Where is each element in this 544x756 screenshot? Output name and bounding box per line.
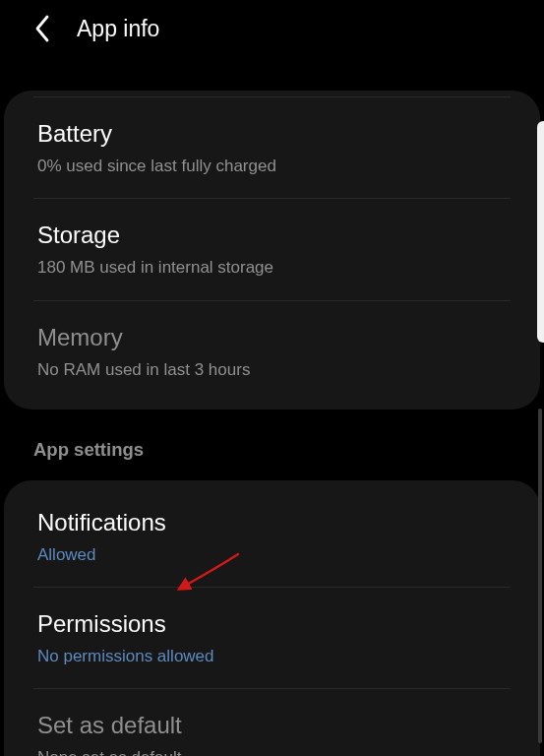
permissions-item[interactable]: Permissions No permissions allowed — [4, 588, 540, 688]
permissions-subtitle: No permissions allowed — [37, 646, 511, 666]
notifications-item[interactable]: Notifications Allowed — [4, 486, 540, 587]
storage-subtitle: 180 MB used in internal storage — [37, 257, 511, 278]
set-as-default-title: Set as default — [37, 711, 511, 740]
app-settings-panel: Notifications Allowed Permissions No per… — [4, 480, 540, 756]
permissions-title: Permissions — [37, 609, 511, 639]
storage-item[interactable]: Storage 180 MB used in internal storage — [4, 199, 540, 299]
battery-title: Battery — [37, 119, 511, 149]
set-as-default-subtitle: None set as default — [37, 747, 511, 756]
battery-subtitle: 0% used since last fully charged — [37, 156, 511, 176]
memory-item[interactable]: Memory No RAM used in last 3 hours — [4, 301, 540, 402]
page-title: App info — [77, 16, 159, 42]
outer-scrollbar[interactable] — [537, 121, 544, 343]
inner-scrollbar[interactable] — [538, 409, 542, 743]
battery-item[interactable]: Battery 0% used since last fully charged — [4, 97, 540, 198]
header: App info — [0, 0, 544, 57]
notifications-title: Notifications — [37, 508, 511, 537]
back-icon[interactable] — [33, 14, 51, 43]
notifications-subtitle: Allowed — [37, 544, 511, 565]
storage-title: Storage — [37, 220, 511, 250]
set-as-default-item[interactable]: Set as default None set as default — [4, 689, 540, 756]
memory-subtitle: No RAM used in last 3 hours — [37, 359, 511, 380]
memory-title: Memory — [37, 323, 511, 352]
section-header-app-settings: App settings — [0, 410, 544, 461]
resource-panel: Battery 0% used since last fully charged… — [4, 91, 540, 410]
